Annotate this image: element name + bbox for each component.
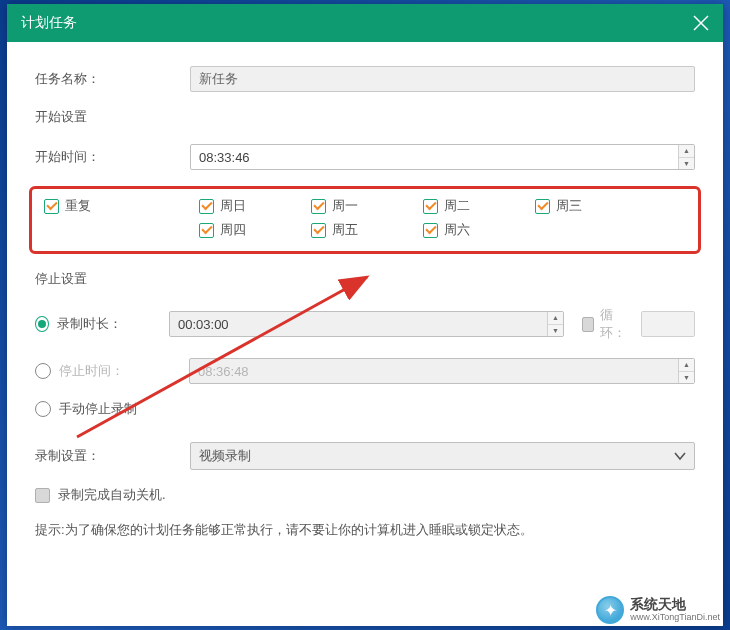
shutdown-row: 录制完成自动关机. (35, 486, 695, 504)
chevron-up-icon[interactable]: ▲ (679, 145, 694, 158)
task-name-row: 任务名称： (35, 66, 695, 92)
monday-label: 周一 (332, 197, 358, 215)
duration-input[interactable] (170, 312, 547, 336)
stop-time-input[interactable] (190, 359, 678, 383)
stop-section-header: 停止设置 (35, 270, 695, 288)
loop-checkbox[interactable] (582, 317, 594, 332)
chevron-down-icon[interactable]: ▼ (679, 158, 694, 170)
watermark: ✦ 系统天地 www.XiTongTianDi.net (596, 596, 720, 624)
start-time-input[interactable] (191, 145, 678, 169)
duration-label: 录制时长： (57, 315, 169, 333)
record-mode-row: 录制设置： 视频录制 (35, 442, 695, 470)
duration-radio[interactable] (35, 316, 49, 332)
chevron-up-icon[interactable]: ▲ (679, 359, 694, 372)
start-time-spinner[interactable]: ▲ ▼ (190, 144, 695, 170)
tuesday-label: 周二 (444, 197, 470, 215)
sunday-label: 周日 (220, 197, 246, 215)
stop-time-row: 停止时间： ▲ ▼ (35, 358, 695, 384)
window-title: 计划任务 (21, 14, 77, 32)
titlebar: 计划任务 (7, 4, 723, 42)
thursday-label: 周四 (220, 221, 246, 239)
task-name-label: 任务名称： (35, 70, 190, 88)
tuesday-checkbox[interactable] (423, 199, 438, 214)
wednesday-label: 周三 (556, 197, 582, 215)
shutdown-checkbox[interactable] (35, 488, 50, 503)
saturday-label: 周六 (444, 221, 470, 239)
record-mode-label: 录制设置： (35, 447, 190, 465)
start-time-label: 开始时间： (35, 148, 190, 166)
dialog-content: 任务名称： 开始设置 开始时间： ▲ ▼ 重复 周日 周一 (7, 42, 723, 626)
repeat-row-1: 重复 周日 周一 周二 周三 (44, 197, 686, 215)
loop-input[interactable] (642, 312, 730, 336)
stop-time-spinner[interactable]: ▲ ▼ (189, 358, 695, 384)
watermark-cn: 系统天地 (630, 597, 720, 612)
record-mode-select[interactable]: 视频录制 (190, 442, 695, 470)
manual-stop-row: 手动停止录制 (35, 400, 695, 418)
start-section-header: 开始设置 (35, 108, 695, 126)
repeat-highlight-box: 重复 周日 周一 周二 周三 周四 周五 周六 (29, 186, 701, 254)
friday-label: 周五 (332, 221, 358, 239)
manual-stop-radio[interactable] (35, 401, 51, 417)
chevron-down-icon[interactable]: ▼ (679, 372, 694, 384)
manual-stop-label: 手动停止录制 (59, 400, 137, 418)
thursday-checkbox[interactable] (199, 223, 214, 238)
shutdown-label: 录制完成自动关机. (58, 486, 166, 504)
chevron-up-icon[interactable]: ▲ (548, 312, 563, 325)
chevron-down-icon (674, 450, 686, 462)
dialog-window: 计划任务 任务名称： 开始设置 开始时间： ▲ ▼ (7, 4, 723, 626)
annotation-arrow-icon (67, 267, 407, 447)
close-icon[interactable] (693, 15, 709, 31)
loop-area: 循环： ▲ ▼ (582, 306, 695, 342)
start-time-row: 开始时间： ▲ ▼ (35, 144, 695, 170)
chevron-down-icon[interactable]: ▼ (548, 325, 563, 337)
spinner-buttons: ▲ ▼ (678, 145, 694, 169)
repeat-label: 重复 (65, 197, 91, 215)
wednesday-checkbox[interactable] (535, 199, 550, 214)
hint-text: 提示:为了确保您的计划任务能够正常执行，请不要让你的计算机进入睡眠或锁定状态。 (35, 520, 695, 541)
watermark-url: www.XiTongTianDi.net (630, 613, 720, 623)
friday-checkbox[interactable] (311, 223, 326, 238)
saturday-checkbox[interactable] (423, 223, 438, 238)
repeat-row-2: 周四 周五 周六 (44, 221, 686, 239)
monday-checkbox[interactable] (311, 199, 326, 214)
watermark-logo-icon: ✦ (596, 596, 624, 624)
loop-spinner[interactable]: ▲ ▼ (641, 311, 695, 337)
duration-row: 录制时长： ▲ ▼ 循环： ▲ ▼ (35, 306, 695, 342)
repeat-checkbox[interactable] (44, 199, 59, 214)
loop-label: 循环： (600, 306, 629, 342)
task-name-input[interactable] (190, 66, 695, 92)
sunday-checkbox[interactable] (199, 199, 214, 214)
stop-time-label: 停止时间： (59, 362, 189, 380)
record-mode-value: 视频录制 (199, 447, 251, 465)
duration-spinner[interactable]: ▲ ▼ (169, 311, 564, 337)
stop-time-radio[interactable] (35, 363, 51, 379)
